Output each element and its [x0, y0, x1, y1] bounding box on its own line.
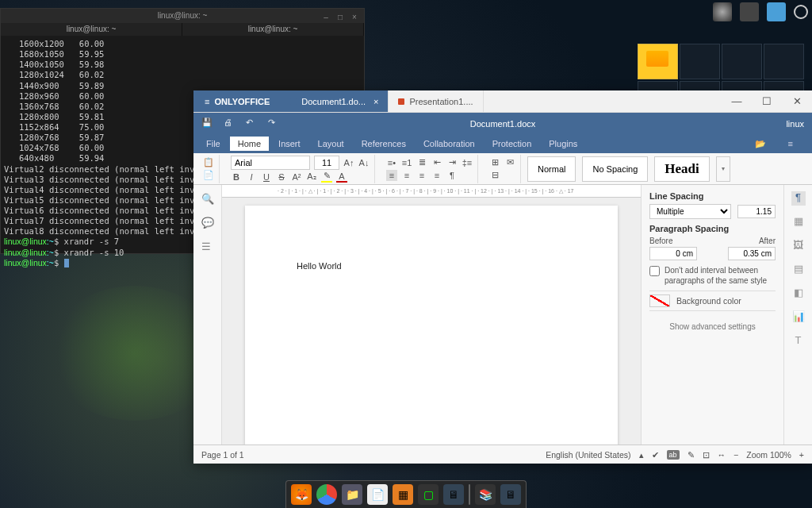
spacing-before-input[interactable]: [649, 247, 697, 260]
dock-files-icon[interactable]: 📁: [342, 484, 362, 505]
indent-dec-icon[interactable]: ⇤: [431, 157, 442, 168]
folder-icon[interactable]: [638, 44, 678, 79]
print-icon[interactable]: 🖨: [224, 117, 236, 130]
spellcheck-icon[interactable]: ✔: [652, 450, 659, 460]
bullets-icon[interactable]: ≡•: [386, 157, 397, 168]
oo-doc-tab-presentation[interactable]: Presentation1....: [389, 90, 483, 112]
terminal-tab[interactable]: linux@linux: ~: [182, 23, 364, 36]
ruler-horizontal[interactable]: · 2 · | · 1 · | · △ · | · 1 · | · 2 · | …: [222, 185, 641, 198]
numbering-icon[interactable]: ≡1: [401, 157, 412, 168]
underline-icon[interactable]: U: [261, 171, 272, 183]
bgcolor-swatch[interactable]: [649, 294, 670, 307]
window-maximize-icon[interactable]: ☐: [752, 90, 782, 112]
open-file-icon[interactable]: 📂: [747, 137, 774, 152]
window-minimize-icon[interactable]: —: [722, 90, 752, 112]
align-justify-icon[interactable]: ≡: [431, 170, 442, 181]
linespacing-icon[interactable]: ‡≡: [462, 157, 473, 168]
style-heading1[interactable]: Headi: [654, 156, 709, 182]
redo-icon[interactable]: ↷: [268, 117, 281, 130]
italic-icon[interactable]: I: [246, 171, 257, 183]
insert-symbol-icon[interactable]: ⊟: [489, 170, 500, 181]
fit-width-icon[interactable]: ↔: [718, 450, 726, 460]
font-color-icon[interactable]: A: [336, 171, 347, 183]
style-gallery-dropdown[interactable]: ▾: [716, 156, 730, 182]
doc-edit-icon[interactable]: ✎: [688, 450, 695, 460]
tab-close-icon[interactable]: ×: [373, 97, 378, 106]
decrease-font-icon[interactable]: A↓: [358, 157, 370, 168]
header-settings-icon[interactable]: ▤: [791, 263, 806, 277]
save-icon[interactable]: 💾: [201, 117, 214, 130]
dock-firefox-icon[interactable]: 🦊: [291, 484, 312, 505]
search-icon[interactable]: 🔍: [201, 193, 214, 206]
menu-layout[interactable]: Layout: [310, 137, 352, 151]
window-close-icon[interactable]: ✕: [782, 90, 812, 112]
lang-dropdown-icon[interactable]: ▴: [639, 450, 644, 460]
maximize-icon[interactable]: □: [335, 10, 345, 20]
fit-page-icon[interactable]: ⊡: [703, 450, 710, 460]
style-nospacing[interactable]: No Spacing: [582, 156, 648, 182]
menu-file[interactable]: File: [198, 137, 228, 151]
menu-equals-icon[interactable]: ≡: [780, 137, 801, 152]
menu-references[interactable]: References: [354, 137, 414, 151]
spacing-after-input[interactable]: [728, 247, 776, 260]
dock-monitor1-icon[interactable]: 🖥: [443, 484, 464, 505]
strike-icon[interactable]: S: [276, 171, 287, 183]
highlight-icon[interactable]: ✎: [321, 171, 332, 183]
power-icon[interactable]: [794, 5, 808, 19]
page-container[interactable]: Hello World: [222, 198, 641, 444]
insert-dropdown-icon[interactable]: ⊞: [489, 157, 500, 168]
tray-icon-display[interactable]: [767, 2, 786, 21]
language-selector[interactable]: English (United States): [546, 450, 630, 460]
zoom-out-icon[interactable]: −: [733, 450, 738, 460]
style-normal[interactable]: Normal: [527, 156, 576, 182]
dock-terminal-icon[interactable]: ▢: [418, 484, 439, 505]
terminal-tab[interactable]: linux@linux: ~: [1, 23, 182, 36]
tray-icon-1[interactable]: [713, 2, 732, 21]
dock-monitor2-icon[interactable]: 🖥: [500, 484, 521, 505]
dock-chrome-icon[interactable]: [316, 484, 337, 505]
menu-insert[interactable]: Insert: [270, 137, 308, 151]
oo-app-tab[interactable]: ≡ ONLYOFFICE: [193, 90, 281, 112]
close-icon[interactable]: ×: [350, 10, 359, 20]
shape-settings-icon[interactable]: ◧: [791, 287, 806, 301]
line-spacing-value[interactable]: [737, 205, 776, 218]
chart-settings-icon[interactable]: 📊: [791, 310, 806, 325]
page-indicator[interactable]: Page 1 of 1: [201, 450, 244, 460]
oo-doc-tab-document[interactable]: Document1.do... ×: [281, 90, 389, 112]
font-name-input[interactable]: [231, 156, 310, 170]
undo-icon[interactable]: ↶: [246, 117, 259, 130]
menu-collaboration[interactable]: Collaboration: [416, 137, 483, 151]
zoom-level[interactable]: Zoom 100%: [746, 450, 791, 460]
nonprint-icon[interactable]: ¶: [446, 170, 458, 181]
minimize-icon[interactable]: –: [321, 10, 331, 20]
table-settings-icon[interactable]: ▦: [791, 215, 806, 229]
menu-protection[interactable]: Protection: [485, 137, 540, 151]
indent-inc-icon[interactable]: ⇥: [446, 157, 458, 168]
align-right-icon[interactable]: ≡: [416, 170, 427, 181]
headings-icon[interactable]: ☰: [201, 241, 214, 253]
document-page[interactable]: Hello World: [245, 206, 618, 444]
menu-plugins[interactable]: Plugins: [541, 137, 585, 151]
image-settings-icon[interactable]: 🖼: [791, 239, 806, 253]
subscript-icon[interactable]: A₂: [306, 171, 317, 183]
dock-editor-icon[interactable]: 📄: [367, 484, 388, 505]
terminal-titlebar[interactable]: linux@linux: ~ – □ ×: [1, 9, 364, 23]
bold-icon[interactable]: B: [231, 171, 242, 183]
copy-icon[interactable]: 📋: [203, 157, 214, 168]
no-interval-checkbox[interactable]: [649, 266, 660, 276]
font-size-input[interactable]: [314, 156, 339, 170]
align-left-icon[interactable]: ≡: [386, 170, 397, 181]
para-settings-icon[interactable]: ¶: [791, 191, 806, 206]
increase-font-icon[interactable]: A↑: [343, 157, 354, 168]
comments-icon[interactable]: 💬: [201, 217, 214, 229]
dock-app-orange-icon[interactable]: ▦: [393, 484, 413, 505]
align-center-icon[interactable]: ≡: [401, 170, 412, 181]
paste-icon[interactable]: 📄: [203, 170, 214, 181]
mailmerge-icon[interactable]: ✉: [504, 157, 515, 168]
show-advanced-link[interactable]: Show advanced settings: [649, 316, 776, 331]
tray-icon-battery[interactable]: [740, 2, 759, 21]
dock-layers-icon[interactable]: 📚: [475, 484, 496, 505]
zoom-in-icon[interactable]: +: [799, 450, 804, 460]
menu-home[interactable]: Home: [230, 137, 269, 151]
multilevel-icon[interactable]: ≣: [416, 157, 427, 168]
